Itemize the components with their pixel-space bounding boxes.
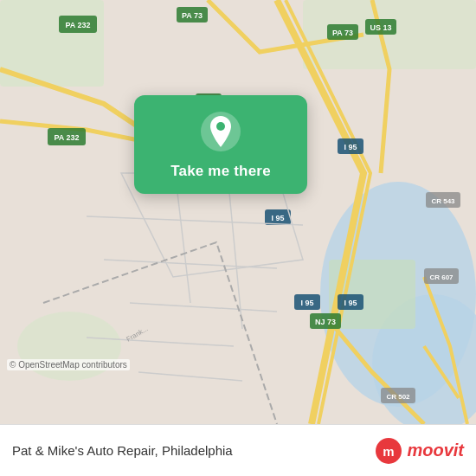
svg-text:I 95: I 95 [344,299,357,307]
svg-text:CR 543: CR 543 [431,197,455,205]
svg-text:m: m [383,444,395,459]
svg-text:US 13: US 13 [370,23,391,32]
moovit-text: moovit [407,441,464,460]
take-me-there-label: Take me there [170,163,271,180]
svg-text:CR 607: CR 607 [429,273,453,281]
svg-text:PA 73: PA 73 [332,29,353,37]
svg-text:I 95: I 95 [271,214,284,222]
svg-text:PA 232: PA 232 [65,21,90,29]
osm-attribution: © OpenStreetMap contributors [7,359,130,370]
svg-text:CR 502: CR 502 [386,393,410,401]
moovit-logo: m moovit [375,437,464,465]
navigation-card[interactable]: Take me there [134,95,307,194]
map-container: I 95 I 95 I 95 I 95 PA 232 PA 232 PA 73 … [0,0,476,424]
svg-point-37 [216,122,225,131]
location-pin-icon [200,111,241,152]
svg-point-6 [17,312,121,381]
bottom-bar: Pat & Mike's Auto Repair, Philadelphia m… [0,424,476,476]
svg-text:I 95: I 95 [344,143,357,151]
svg-text:NJ 73: NJ 73 [315,318,336,326]
place-name: Pat & Mike's Auto Repair, Philadelphia [12,443,375,458]
moovit-brand-icon: m [375,437,402,465]
svg-text:I 95: I 95 [300,299,313,307]
svg-text:PA 232: PA 232 [54,133,79,142]
svg-text:PA 73: PA 73 [182,11,203,20]
